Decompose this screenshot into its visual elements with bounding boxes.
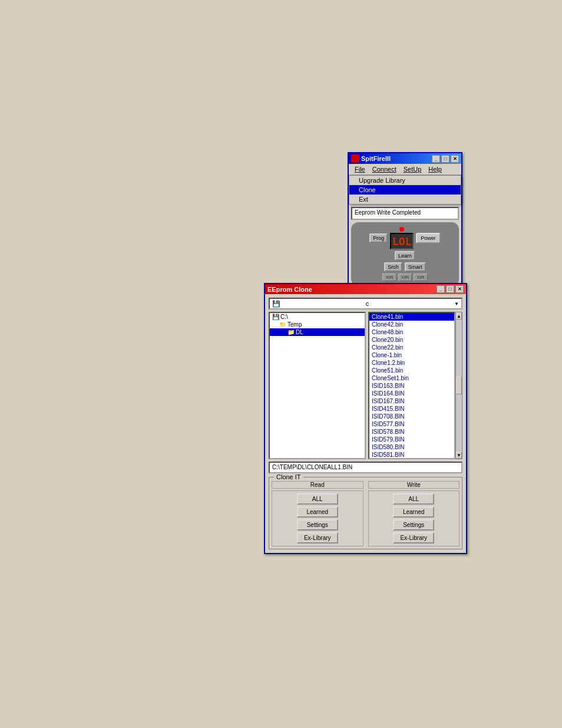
close-button[interactable]: ✕ (451, 155, 459, 163)
write-label: Write (368, 481, 460, 489)
drive-dropdown[interactable]: 💾 c ▼ (269, 298, 462, 309)
read-settings-button[interactable]: Settings (297, 519, 338, 531)
clone-columns: Read ALL Learned Settings Ex-Library Wri… (272, 481, 459, 546)
tree-c-label: C:\ (280, 314, 288, 320)
write-buttons-group: ALL Learned Settings Ex-Library (368, 490, 460, 546)
write-all-button[interactable]: ALL (393, 493, 434, 505)
drive-icon: 💾 (272, 300, 280, 308)
read-buttons-group: ALL Learned Settings Ex-Library (272, 490, 363, 546)
scroll-down-button[interactable]: ▼ (456, 452, 462, 459)
file-list: Clone41.binClone42.binClone48.binClone20… (368, 312, 455, 459)
file-item[interactable]: ISID415.BIN (369, 405, 454, 413)
file-item[interactable]: ISID579.BIN (369, 436, 454, 443)
folder-temp-icon: 📁 (279, 321, 286, 328)
clone-title: EEprom Clone (267, 286, 312, 293)
spitfire-window: SpitFireIII _ □ ✕ File Connect SetUp Hel… (348, 152, 462, 289)
file-item[interactable]: Clone-1.bin (369, 351, 454, 359)
device-panel: Prog LOL Power Learn Srch Smart XIR XIR … (351, 222, 459, 286)
spitfire-title-group: SpitFireIII (351, 154, 391, 163)
file-item[interactable]: ISID708.BIN (369, 413, 454, 420)
tree-item-temp[interactable]: 📁 Temp (270, 321, 365, 328)
clone-titlebar: EEprom Clone _ □ ✕ (265, 284, 466, 294)
minimize-button[interactable]: _ (432, 155, 440, 163)
scroll-up-button[interactable]: ▲ (456, 312, 462, 319)
spitfire-menubar: File Connect SetUp Help (349, 164, 461, 175)
file-item[interactable]: Clone51.bin (369, 367, 454, 374)
scroll-thumb[interactable] (456, 377, 462, 394)
file-item[interactable]: Clone42.bin (369, 321, 454, 328)
drive-arrow-icon: ▼ (454, 301, 459, 307)
clone-body: 💾 c ▼ 💾 C:\ 📁 Temp 📁 DL (265, 294, 466, 553)
spitfire-content: Eeprom Write Completed Prog LOL Power Le… (349, 205, 461, 288)
clone-minimize-button[interactable]: _ (437, 285, 445, 293)
drive-label: c (366, 300, 369, 307)
file-item[interactable]: ISID578.BIN (369, 428, 454, 436)
drive-c-icon: 💾 (272, 314, 279, 320)
menu-clone[interactable]: Clone (349, 185, 461, 195)
smart-button[interactable]: Smart (405, 262, 426, 272)
power-button[interactable]: Power (416, 233, 441, 243)
spitfire-icon (351, 154, 359, 163)
file-item[interactable]: Clone22.bin (369, 344, 454, 351)
drive-selector: 💾 c ▼ (269, 298, 462, 309)
xir3-button[interactable]: XIR (414, 274, 427, 281)
clone-restore-button[interactable]: □ (446, 285, 454, 293)
prog-button[interactable]: Prog (369, 233, 388, 243)
menu-help[interactable]: Help (425, 165, 445, 173)
menu-file[interactable]: File (351, 165, 369, 173)
read-exlibrary-button[interactable]: Ex-Library (297, 532, 338, 543)
device-top-row: Prog LOL Power (355, 227, 455, 249)
file-item[interactable]: ISID164.BIN (369, 390, 454, 397)
clone-controls: _ □ ✕ (437, 285, 464, 293)
filepath-box: C:\TEMP\DL\CLONEALL1.BIN (269, 462, 462, 473)
write-exlibrary-button[interactable]: Ex-Library (393, 532, 434, 543)
device-led (399, 227, 404, 232)
spitfire-controls: _ □ ✕ (432, 155, 459, 163)
file-item[interactable]: Clone48.bin (369, 328, 454, 336)
tree-temp-label: Temp (287, 321, 302, 328)
file-list-container: Clone41.binClone42.binClone48.binClone20… (368, 312, 462, 459)
write-column: Write ALL Learned Settings Ex-Library (368, 481, 460, 546)
write-learned-button[interactable]: Learned (393, 506, 434, 518)
folder-tree: 💾 C:\ 📁 Temp 📁 DL (269, 312, 366, 459)
menu-setup[interactable]: SetUp (400, 165, 425, 173)
file-item[interactable]: ISID163.BIN (369, 382, 454, 390)
read-column: Read ALL Learned Settings Ex-Library (272, 481, 363, 546)
tree-item-dl[interactable]: 📁 DL (270, 328, 365, 336)
srch-button[interactable]: Srch (384, 262, 402, 272)
file-scrollbar[interactable]: ▲ ▼ (455, 312, 462, 459)
restore-button[interactable]: □ (441, 155, 449, 163)
clone-window: EEprom Clone _ □ ✕ 💾 c ▼ 💾 C:\ (264, 283, 467, 554)
tree-dl-label: DL (296, 329, 303, 335)
tree-item-c[interactable]: 💾 C:\ (270, 313, 365, 321)
read-label: Read (272, 481, 363, 489)
read-learned-button[interactable]: Learned (297, 506, 338, 518)
file-item[interactable]: ISID582.BIN (369, 459, 454, 459)
xir2-button[interactable]: XIR (398, 274, 412, 281)
file-item[interactable]: Clone20.bin (369, 336, 454, 344)
device-mid-row: Learn (355, 251, 455, 261)
clone-it-group: Clone IT Read ALL Learned Settings Ex-Li… (269, 477, 462, 549)
file-item[interactable]: ISID580.BIN (369, 443, 454, 451)
menu-ext[interactable]: Ext (349, 195, 461, 204)
device-mid-row2: Srch Smart (355, 262, 455, 272)
file-item[interactable]: Clone41.bin (369, 313, 454, 321)
menu-upgrade-library[interactable]: Upgrade Library (349, 176, 461, 185)
device-display: LOL (390, 233, 414, 249)
read-all-button[interactable]: ALL (297, 493, 338, 505)
folder-dl-icon: 📁 (287, 329, 295, 335)
file-dropdown-menu: Upgrade Library Clone Ext (349, 175, 461, 205)
file-item[interactable]: ISID167.BIN (369, 397, 454, 405)
file-item[interactable]: CloneSet1.bin (369, 374, 454, 382)
clone-close-button[interactable]: ✕ (455, 285, 464, 293)
file-item[interactable]: ISID581.BIN (369, 451, 454, 459)
file-item[interactable]: Clone1.2.bin (369, 359, 454, 367)
clone-it-legend: Clone IT (274, 473, 303, 480)
menu-connect[interactable]: Connect (369, 165, 400, 173)
xir1-button[interactable]: XIR (382, 274, 396, 281)
file-item[interactable]: ISID577.BIN (369, 420, 454, 428)
learn-button[interactable]: Learn (395, 251, 415, 261)
spitfire-title: SpitFireIII (361, 155, 391, 162)
clone-main-panel: 💾 C:\ 📁 Temp 📁 DL Clone41.binClone42.bin… (269, 312, 462, 459)
write-settings-button[interactable]: Settings (393, 519, 434, 531)
